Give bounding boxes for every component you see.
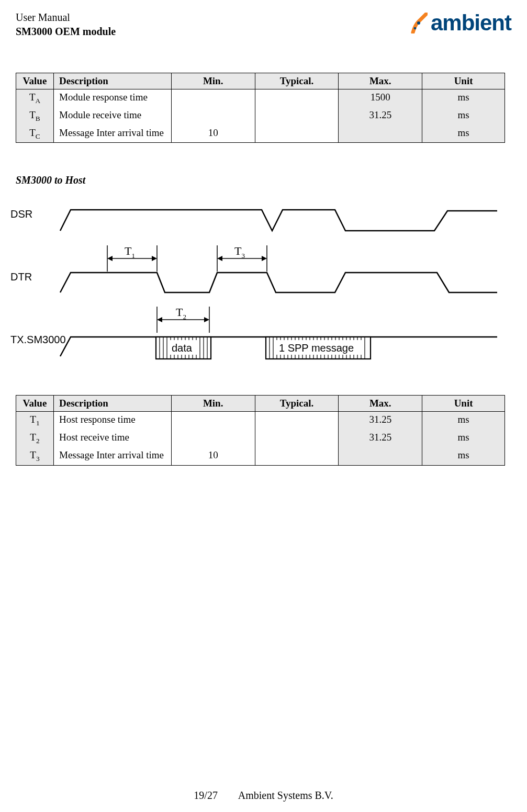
td-max: 31.25: [339, 107, 422, 125]
logo-text: ambient: [431, 10, 511, 36]
table-header-row: Value Description Min. Typical. Max. Uni…: [16, 73, 505, 89]
td-min: 10: [171, 125, 255, 143]
th-desc: Description: [53, 396, 171, 412]
table-row: TBModule receive time31.25ms: [16, 107, 505, 125]
td-typ: [255, 447, 339, 465]
svg-marker-15: [157, 317, 162, 322]
th-max: Max.: [339, 396, 422, 412]
signal-label-dtr: DTR: [10, 271, 32, 283]
td-value: T3: [16, 447, 54, 465]
table-header-row: Value Description Min. Typical. Max. Uni…: [16, 396, 505, 412]
table-row: T3Message Inter arrival time10ms: [16, 447, 505, 465]
th-min: Min.: [171, 73, 255, 89]
page-header: User Manual SM3000 OEM module ambient: [16, 10, 511, 39]
th-value: Value: [16, 73, 54, 89]
module-timing-table: Value Description Min. Typical. Max. Uni…: [16, 73, 505, 143]
td-min: [171, 107, 255, 125]
diagram-spp-label: 1 SPP message: [279, 342, 354, 354]
timing-diagram: .sig { stroke:#000; stroke-width:2.5; fi…: [10, 205, 502, 362]
table-row: TAModule response time1500ms: [16, 89, 505, 107]
table-row: TCMessage Inter arrival time10ms: [16, 125, 505, 143]
td-min: [171, 89, 255, 107]
td-value: T1: [16, 412, 54, 430]
host-timing-table: Value Description Min. Typical. Max. Uni…: [16, 395, 505, 465]
td-desc: Host response time: [53, 412, 171, 430]
td-max: [339, 125, 422, 143]
td-value: TB: [16, 107, 54, 125]
diagram-label-t3: T3: [234, 244, 245, 260]
td-unit: ms: [422, 447, 505, 465]
diagram-label-t2: T2: [176, 306, 186, 321]
svg-marker-5: [107, 256, 113, 261]
svg-marker-10: [217, 256, 222, 261]
svg-marker-6: [152, 256, 157, 261]
td-typ: [255, 430, 339, 447]
diagram-data-label: data: [172, 342, 193, 354]
td-desc: Module response time: [53, 89, 171, 107]
td-max: 31.25: [339, 430, 422, 447]
footer-company: Ambient Systems B.V.: [238, 790, 333, 801]
td-min: [171, 412, 255, 430]
td-value: TA: [16, 89, 54, 107]
svg-point-1: [414, 27, 417, 30]
footer-page-number: 19/27: [194, 790, 218, 801]
td-desc: Message Inter arrival time: [53, 125, 171, 143]
table-row: T1Host response time31.25ms: [16, 412, 505, 430]
th-unit: Unit: [422, 396, 505, 412]
td-desc: Host receive time: [53, 430, 171, 447]
th-typ: Typical.: [255, 396, 339, 412]
td-min: [171, 430, 255, 447]
td-typ: [255, 89, 339, 107]
svg-point-0: [417, 21, 420, 25]
th-value: Value: [16, 396, 54, 412]
diagram-label-t1: T1: [125, 244, 135, 260]
td-max: 1500: [339, 89, 422, 107]
signal-label-tx: TX.SM3000: [10, 334, 66, 345]
th-min: Min.: [171, 396, 255, 412]
th-desc: Description: [53, 73, 171, 89]
section-title-sm3000-to-host: SM3000 to Host: [16, 174, 511, 186]
td-value: T2: [16, 430, 54, 447]
page-footer: 19/27 Ambient Systems B.V.: [0, 790, 527, 802]
td-max: [339, 447, 422, 465]
company-logo: ambient: [411, 10, 511, 36]
logo-mark-icon: [411, 13, 428, 33]
th-typ: Typical.: [255, 73, 339, 89]
td-desc: Module receive time: [53, 107, 171, 125]
td-value: TC: [16, 125, 54, 143]
svg-marker-11: [262, 256, 267, 261]
td-unit: ms: [422, 89, 505, 107]
svg-marker-16: [204, 317, 209, 322]
signal-label-dsr: DSR: [10, 208, 32, 220]
td-unit: ms: [422, 430, 505, 447]
table-row: T2Host receive time31.25ms: [16, 430, 505, 447]
td-typ: [255, 125, 339, 143]
header-line1: User Manual: [16, 10, 116, 25]
td-unit: ms: [422, 125, 505, 143]
td-typ: [255, 107, 339, 125]
header-line2: SM3000 OEM module: [16, 25, 116, 39]
td-min: 10: [171, 447, 255, 465]
td-max: 31.25: [339, 412, 422, 430]
td-typ: [255, 412, 339, 430]
th-unit: Unit: [422, 73, 505, 89]
td-unit: ms: [422, 107, 505, 125]
th-max: Max.: [339, 73, 422, 89]
header-title-block: User Manual SM3000 OEM module: [16, 10, 116, 39]
td-unit: ms: [422, 412, 505, 430]
td-desc: Message Inter arrival time: [53, 447, 171, 465]
